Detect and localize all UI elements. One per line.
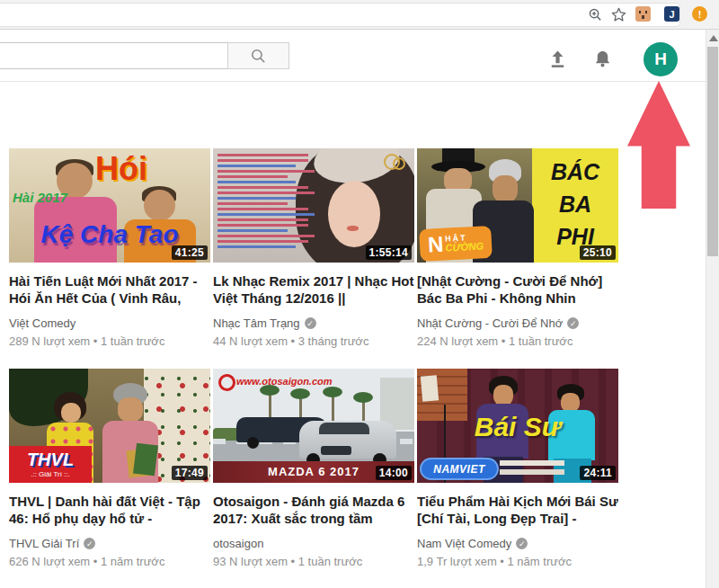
nhat-cuong-badge: N HẬTCƯỜNG bbox=[419, 226, 493, 262]
scrollbar-thumb[interactable] bbox=[707, 47, 718, 256]
video-title[interactable]: Tiểu Phẩm Hài Kịch Mới Bái Sư [Chí Tài, … bbox=[417, 493, 618, 527]
video-meta: 93 N lượt xem • 1 tuần trước bbox=[213, 555, 417, 568]
palm-tree-top bbox=[323, 387, 342, 397]
upload-icon[interactable] bbox=[546, 49, 569, 69]
video-meta: 626 N lượt xem • 1 năm trước bbox=[9, 555, 213, 568]
verified-icon: ✓ bbox=[516, 538, 528, 549]
channel-label: otosaigon bbox=[213, 537, 263, 550]
channel-label: Nhật Cường - Cười Để Nhớ bbox=[417, 316, 563, 330]
man-face bbox=[144, 190, 175, 221]
extension-face-icon[interactable] bbox=[635, 6, 651, 22]
video-card[interactable]: Bái Sư NAMVIET 24:11 Tiểu Phẩm Hài Kịch … bbox=[417, 369, 621, 568]
video-thumbnail[interactable]: BÁC BA PHI N HẬTCƯỜNG 25:10 bbox=[417, 148, 618, 263]
video-meta: 1,9 Tr lượt xem • 1 năm trước bbox=[417, 555, 621, 568]
wall-poster bbox=[421, 375, 439, 401]
screen: J ! H Hài 2017 Hói Kệ Cha Tao 41:25 Hài … bbox=[0, 0, 719, 588]
thumbnail-caption-text: Bái Sư bbox=[417, 412, 618, 442]
search-icon bbox=[250, 48, 267, 65]
channel-name[interactable]: Nhạc Tâm Trạng✓ bbox=[213, 316, 417, 330]
palm-tree-top bbox=[353, 392, 373, 403]
video-title[interactable]: THVL | Danh hài đất Việt - Tập 46: Hổ ph… bbox=[9, 493, 210, 527]
green-book bbox=[133, 443, 158, 477]
video-meta: 224 N lượt xem • 1 tuần trước bbox=[417, 334, 621, 348]
thvl-logo: THVL .:: Giải Trí ::. bbox=[9, 446, 92, 483]
gold-logo-icon bbox=[393, 157, 405, 170]
face-eye bbox=[645, 11, 647, 13]
duration-badge: 41:25 bbox=[172, 245, 208, 260]
logo-text: THVL bbox=[27, 450, 74, 468]
girl-lips bbox=[347, 226, 359, 231]
duration-badge: 1:55:14 bbox=[366, 245, 412, 260]
channel-label: Việt Comedy bbox=[9, 316, 75, 330]
channel-name[interactable]: THVL Giải Trí✓ bbox=[9, 537, 213, 550]
girl-face bbox=[328, 181, 380, 247]
logo-subtext: .:: Giải Trí ::. bbox=[31, 470, 70, 478]
channel-label: Nam Việt Comedy bbox=[417, 537, 511, 550]
otosaigon-url-text: www.otosaigon.com bbox=[236, 376, 333, 387]
verified-icon: ✓ bbox=[567, 317, 579, 329]
extension-j-icon[interactable]: J bbox=[664, 6, 679, 22]
thumbnail-tag-text: Hài 2017 bbox=[13, 190, 67, 205]
channel-name[interactable]: Nhật Cường - Cười Để Nhớ✓ bbox=[417, 316, 621, 330]
address-bar[interactable] bbox=[0, 3, 680, 27]
man-face bbox=[493, 175, 518, 202]
channel-name[interactable]: otosaigon bbox=[213, 537, 417, 550]
car-windshield bbox=[319, 423, 369, 434]
man-face bbox=[493, 385, 513, 405]
zoom-in-icon[interactable] bbox=[588, 7, 603, 22]
video-meta: 289 N lượt xem • 1 tuần trước bbox=[9, 334, 213, 348]
woman-face bbox=[61, 403, 81, 423]
channel-label: THVL Giải Trí bbox=[9, 537, 79, 550]
verified-icon: ✓ bbox=[305, 317, 316, 329]
video-thumbnail[interactable]: Hài 2017 Hói Kệ Cha Tao 41:25 bbox=[9, 148, 210, 263]
search-button[interactable] bbox=[227, 42, 289, 69]
duration-badge: 14:00 bbox=[376, 466, 412, 480]
bench bbox=[500, 460, 564, 466]
namviet-badge: NAMVIET bbox=[420, 458, 499, 480]
account-avatar[interactable]: H bbox=[644, 42, 678, 76]
video-thumbnail[interactable]: Bái Sư NAMVIET 24:11 bbox=[417, 369, 618, 483]
browser-toolbar: J ! bbox=[0, 0, 719, 30]
channel-name[interactable]: Việt Comedy bbox=[9, 316, 213, 330]
video-card[interactable]: THVL .:: Giải Trí ::. 17:49 THVL | Danh … bbox=[9, 369, 213, 568]
video-meta: 44 N lượt xem • 3 tháng trước bbox=[213, 334, 417, 348]
notifications-bell-icon[interactable] bbox=[592, 48, 613, 70]
video-thumbnail[interactable]: www.otosaigon.com MAZDA 6 2017 14:00 bbox=[213, 369, 414, 483]
thumbnail-caption-line: BA bbox=[532, 193, 618, 216]
face-mouth bbox=[642, 15, 644, 19]
annotation-arrow-up bbox=[627, 81, 690, 209]
badge-initial: N bbox=[427, 232, 444, 258]
man-face bbox=[118, 397, 143, 422]
car-wheel bbox=[247, 437, 259, 449]
palm-tree-top bbox=[290, 388, 310, 399]
man-face bbox=[561, 393, 580, 412]
duration-badge: 17:49 bbox=[172, 466, 208, 480]
thumbnail-word-text: Hói bbox=[95, 150, 147, 188]
tracklist-decoration bbox=[217, 154, 318, 251]
scrollbar-up-icon[interactable] bbox=[709, 35, 718, 41]
duration-badge: 25:10 bbox=[580, 245, 616, 260]
video-card[interactable]: Hài 2017 Hói Kệ Cha Tao 41:25 Hài Tiến L… bbox=[9, 148, 213, 348]
verified-icon: ✓ bbox=[84, 538, 95, 549]
video-card[interactable]: 1:55:14 Lk Nhạc Remix 2017 | Nhạc Hot Vi… bbox=[213, 148, 417, 348]
video-thumbnail[interactable]: THVL .:: Giải Trí ::. 17:49 bbox=[9, 369, 210, 483]
badge-text: CƯỜNG bbox=[445, 241, 484, 253]
channel-name[interactable]: Nam Việt Comedy✓ bbox=[417, 537, 621, 550]
video-card[interactable]: BÁC BA PHI N HẬTCƯỜNG 25:10 [Nhật Cường … bbox=[417, 148, 621, 348]
face-eye bbox=[639, 11, 641, 13]
video-card[interactable]: www.otosaigon.com MAZDA 6 2017 14:00 Oto… bbox=[213, 369, 417, 568]
video-thumbnail[interactable]: 1:55:14 bbox=[213, 148, 414, 263]
channel-label: Nhạc Tâm Trạng bbox=[213, 316, 300, 330]
video-title[interactable]: [Nhật Cường - Cười Để Nhớ] Bác Ba Phi - … bbox=[417, 272, 618, 307]
video-title[interactable]: Lk Nhạc Remix 2017 | Nhạc Hot Việt Tháng… bbox=[213, 272, 414, 307]
car-grille bbox=[321, 446, 351, 455]
extension-warning-icon[interactable]: ! bbox=[692, 6, 707, 22]
thumbnail-caption-line: BÁC bbox=[532, 161, 618, 183]
search-input[interactable] bbox=[0, 42, 228, 69]
video-title[interactable]: Hài Tiến Luật Mới Nhất 2017 - Hói Ăn Hết… bbox=[9, 272, 210, 307]
video-title[interactable]: Otosaigon - Đánh giá Mazda 6 2017: Xuất … bbox=[213, 493, 414, 527]
duration-badge: 24:11 bbox=[580, 466, 616, 480]
bookmark-star-icon[interactable] bbox=[610, 6, 627, 23]
otosaigon-logo-icon bbox=[218, 374, 235, 391]
